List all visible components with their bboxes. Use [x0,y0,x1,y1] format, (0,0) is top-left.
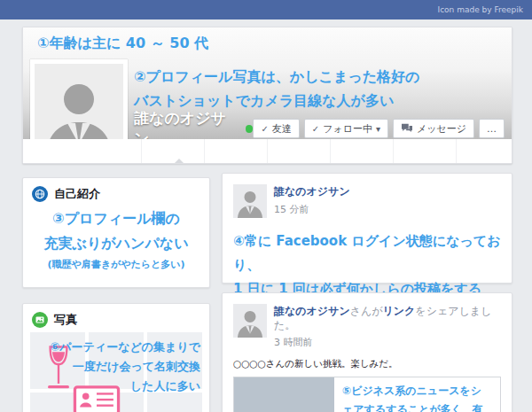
post-avatar[interactable] [233,304,267,338]
share-action-line: 誰なのオジサンさんがリンクをシェアしました。 [274,304,501,332]
facebook-persona-mock: { "topbar": { "credit": "Icon made by Fr… [0,0,532,412]
check-icon: ✓ [261,124,268,134]
post-author-link[interactable]: 誰なのオジサン [274,305,350,317]
profile-action-buttons: ✓ 友達 ✓ フォロー中 ▾ メッセージ … [253,119,505,138]
chat-bubbles-icon [401,123,413,134]
post-meta: 誰なのオジサンさんがリンクをシェアしました。 3 時間前 [274,304,501,349]
photos-card: 写真 [22,303,210,412]
tab-divider [330,139,331,163]
feed-post-daily: 誰なのオジサン 15 分前 ④常に Facebook ログイン状態になっており、… [222,173,512,284]
photos-icon [32,312,48,328]
tab-divider [456,139,457,163]
annotation-2-profile-photo: ②プロフィール写真は、かしこまった格好の バストショットでカメラ目線な人が多い [134,65,419,113]
intro-card-header: 自己紹介 [23,178,209,205]
annotation-3-line1: ③プロフィール欄の [23,206,209,231]
message-button-label: メッセージ [417,122,466,136]
annotation-5-business-news: ⑤ビジネス系のニュースをシェアするすることが多く、有名な経営者に「さん」付けをし… [334,377,500,412]
photos-card-header: 写真 [23,304,209,330]
post-header: 誰なのオジサンさんがリンクをシェアしました。 3 時間前 [233,304,501,349]
active-tab-caret-icon [175,159,184,163]
shared-link-label[interactable]: リンク [383,305,416,317]
post-meta: 誰なのオジサン 15 分前 [274,184,350,218]
friends-button[interactable]: ✓ 友達 [253,119,299,138]
profile-header-card: ①年齢は主に 40 ～ 50 代 ②プロフィール写真は、かしこまった格好の バス… [22,27,512,164]
check-icon: ✓ [312,124,319,134]
post-header: 誰なのオジサン 15 分前 [233,184,501,218]
post-timestamp[interactable]: 3 時間前 [274,336,501,349]
annotation-3-profile-detail: ③プロフィール欄の 充実ぶりがハンパない [23,206,209,256]
feed-column: 誰なのオジサン 15 分前 ④常に Facebook ログイン状態になっており、… [222,173,512,412]
chevron-down-icon: ▾ [376,124,380,134]
link-preview-image [234,377,334,412]
annotation-6-party-contacts: ⑥パーティーなどの集まりで 一度だけ会って名刺交換 した人に多い [30,338,200,396]
post-avatar[interactable] [233,184,267,218]
profile-name-row: 誰なのオジサン ✓ 友達 ✓ フォロー中 ▾ メッセージ [134,117,505,140]
share-particle: さんが [350,305,383,317]
post-author-link[interactable]: 誰なのオジサン [274,184,350,199]
post-timestamp[interactable]: 15 分前 [274,203,350,216]
tab-divider [204,139,205,163]
annotation-2-line1: ②プロフィール写真は、かしこまった格好の [134,65,419,89]
freepik-credit: Icon made by Freepik [438,5,524,14]
annotation-3-note: (職歴や肩書きがやたらと多い) [23,258,209,271]
annotation-1-age: ①年齢は主に 40 ～ 50 代 [37,35,208,53]
tab-divider [267,139,268,163]
annotation-4-login-habit: ④常に Facebook ログイン状態になっており、 1 日に 1 回は必ず何か… [233,229,501,301]
following-button-label: フォロー中 [323,122,372,136]
photos-title: 写真 [54,312,77,328]
tab-divider [141,139,142,163]
ellipsis-icon: … [487,123,497,135]
profile-tabs-bar[interactable] [23,139,512,163]
annotation-3-line2: 充実ぶりがハンパない [23,231,209,256]
intro-title: 自己紹介 [54,186,100,202]
left-sidebar: 自己紹介 ③プロフィール欄の 充実ぶりがハンパない (職歴や肩書きがやたらと多い… [22,177,210,412]
following-button[interactable]: ✓ フォロー中 ▾ [304,119,388,138]
intro-card: 自己紹介 ③プロフィール欄の 充実ぶりがハンパない (職歴や肩書きがやたらと多い… [22,177,210,288]
post-status-text: ○○○○さんの新しい挑戦。楽しみだ。 [233,358,501,370]
annotation-6-line1: ⑥パーティーなどの集まりで [30,338,200,357]
feed-post-link-share: 誰なのオジサンさんがリンクをシェアしました。 3 時間前 ○○○○さんの新しい挑… [222,292,512,412]
annotation-6-line3: した人に多い [30,377,200,396]
message-button[interactable]: メッセージ [393,119,474,138]
annotation-6-line2: 一度だけ会って名刺交換 [30,357,200,377]
online-status-dot [246,125,254,133]
shared-link-preview[interactable]: ⑤ビジネス系のニュースをシェアするすることが多く、有名な経営者に「さん」付けをし… [233,377,501,412]
friends-button-label: 友達 [272,122,292,136]
globe-icon [32,186,48,202]
tab-divider [393,139,394,163]
more-options-button[interactable]: … [479,119,505,138]
facebook-top-bar: Icon made by Freepik [0,0,532,19]
annotation-4-line1: ④常に Facebook ログイン状態になっており、 [233,229,501,277]
